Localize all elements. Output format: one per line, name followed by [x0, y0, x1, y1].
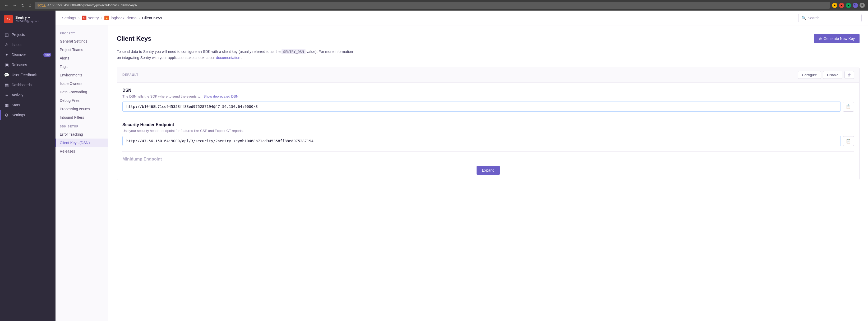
home-button[interactable]: ⌂	[28, 2, 32, 9]
breadcrumb-sentry[interactable]: S sentry	[82, 16, 99, 20]
breadcrumb-sentry-label: sentry	[88, 16, 99, 20]
breadcrumb-settings-label: Settings	[62, 16, 76, 20]
delete-button[interactable]: 🗑	[844, 71, 854, 79]
breadcrumb: Settings › S sentry › 🔥 logback_demo › C…	[62, 16, 162, 20]
generate-btn-label: Generate New Key	[824, 36, 855, 41]
key-card-title: DEFAULT	[122, 73, 138, 77]
sidebar-item-issue-owners[interactable]: Issue Owners	[56, 79, 108, 88]
extension-icon-5[interactable]: ≡	[860, 3, 865, 8]
settings-icon: ⚙	[4, 113, 9, 117]
sentry-dsn-code: SENTRY_DSN	[281, 49, 305, 54]
sidebar-item-label: Releases	[12, 63, 27, 67]
sdk-section-title: SDK SETUP	[56, 122, 108, 130]
sidebar-nav: ◫ Projects ⚠ Issues ✦ Discover new ▣ Rel…	[0, 28, 56, 321]
back-button[interactable]: ←	[3, 2, 9, 9]
sidebar-item-projects[interactable]: ◫ Projects	[0, 30, 56, 40]
new-badge: new	[43, 53, 51, 57]
security-header-title: Security Header Endpoint	[122, 122, 854, 127]
sidebar-item-dashboards[interactable]: ▤ Dashboards	[0, 80, 56, 90]
extension-icon-1[interactable]: ★	[832, 3, 837, 8]
project-section-title: PROJECT	[56, 31, 108, 37]
security-header-input[interactable]	[122, 136, 841, 146]
expand-button[interactable]: Expand	[476, 166, 500, 175]
security-header-description: Use your security header endpoint for fe…	[122, 129, 854, 133]
user-feedback-icon: 💬	[4, 72, 9, 77]
app-layout: S Sentry ▾ 7685413@qq.com ◫ Projects ⚠ I…	[0, 10, 868, 321]
sidebar-item-label: Issues	[12, 42, 22, 47]
stats-icon: ▦	[4, 103, 9, 107]
extension-icon-4[interactable]: S	[853, 3, 858, 8]
dsn-copy-button[interactable]: 📋	[843, 102, 854, 112]
activity-icon: ≡	[4, 92, 9, 97]
show-deprecated-link[interactable]: Show deprecated DSN	[204, 94, 239, 98]
extension-icon-3[interactable]: ●	[846, 3, 851, 8]
search-placeholder: Search	[808, 16, 819, 20]
disable-button[interactable]: Disable	[823, 71, 842, 79]
minidump-title: Minidump Endpoint	[122, 157, 854, 162]
sidebar-item-client-keys[interactable]: Client Keys (DSN)	[56, 139, 108, 147]
forward-button[interactable]: →	[12, 2, 18, 9]
search-icon: 🔍	[802, 16, 806, 20]
expand-row: Expand	[122, 166, 854, 175]
avatar: S	[4, 15, 13, 23]
sidebar-item-label: Projects	[12, 32, 25, 37]
sidebar-item-releases-sdk[interactable]: Releases	[56, 147, 108, 155]
sidebar-item-data-forwarding[interactable]: Data Forwarding	[56, 88, 108, 96]
sidebar-item-project-teams[interactable]: Project Teams	[56, 46, 108, 54]
key-card-body: DSN The DSN tells the SDK where to send …	[117, 83, 859, 180]
top-bar: Settings › S sentry › 🔥 logback_demo › C…	[56, 10, 868, 25]
org-info: Sentry ▾ 7685413@qq.com	[15, 15, 51, 23]
org-switcher[interactable]: S Sentry ▾ 7685413@qq.com	[0, 10, 56, 28]
extension-icon-2[interactable]: ●	[839, 3, 844, 8]
breadcrumb-sep-2: ›	[101, 16, 102, 20]
sidebar-item-label: User Feedback	[12, 73, 37, 77]
main-container: PROJECT General Settings Project Teams A…	[56, 25, 868, 321]
generate-new-key-button[interactable]: ⊕ Generate New Key	[814, 34, 860, 43]
plus-icon: ⊕	[819, 36, 822, 41]
documentation-link[interactable]: documentation	[216, 56, 240, 60]
dsn-title: DSN	[122, 88, 854, 93]
sidebar-item-label: Dashboards	[12, 83, 32, 87]
sidebar-item-environments[interactable]: Environments	[56, 71, 108, 79]
page-title: Client Keys	[117, 35, 151, 42]
configure-button[interactable]: Configure	[798, 71, 821, 79]
sidebar-item-label: Activity	[12, 93, 23, 97]
main-content: Client Keys ⊕ Generate New Key To send d…	[108, 25, 868, 321]
breadcrumb-project-label: logback_demo	[111, 16, 137, 20]
security-indicator: 不安全	[37, 3, 46, 7]
minidump-section: Minidump Endpoint	[122, 157, 854, 162]
project-breadcrumb-icon: 🔥	[104, 16, 109, 20]
sidebar-item-stats[interactable]: ▦ Stats	[0, 100, 56, 110]
sidebar-item-tags[interactable]: Tags	[56, 62, 108, 71]
reload-button[interactable]: ↻	[20, 2, 26, 9]
sidebar-item-error-tracking[interactable]: Error Tracking	[56, 130, 108, 139]
dsn-input[interactable]	[122, 101, 841, 112]
page-header: Client Keys ⊕ Generate New Key	[117, 34, 860, 43]
search-box[interactable]: 🔍 Search	[798, 14, 862, 22]
breadcrumb-sep-1: ›	[78, 16, 80, 20]
sidebar-item-debug-files[interactable]: Debug Files	[56, 96, 108, 105]
sidebar-item-label: Stats	[12, 103, 20, 107]
sidebar-item-discover[interactable]: ✦ Discover new	[0, 50, 56, 60]
security-header-input-row: 📋	[122, 136, 854, 146]
sidebar-item-general-settings[interactable]: General Settings	[56, 37, 108, 46]
sidebar-item-releases[interactable]: ▣ Releases	[0, 60, 56, 70]
url-text: 47.56.150.64:9000/settings/sentry/projec…	[48, 3, 137, 7]
security-header-copy-button[interactable]: 📋	[843, 136, 854, 146]
dsn-description: The DSN tells the SDK where to send the …	[122, 94, 854, 98]
sidebar-item-activity[interactable]: ≡ Activity	[0, 90, 56, 100]
sidebar-item-issues[interactable]: ⚠ Issues	[0, 40, 56, 50]
dsn-section: DSN The DSN tells the SDK where to send …	[122, 88, 854, 112]
breadcrumb-project[interactable]: 🔥 logback_demo	[104, 16, 137, 20]
browser-actions: ★ ● ● S ≡	[832, 3, 865, 8]
key-card-header: DEFAULT Configure Disable 🗑	[117, 67, 859, 83]
sidebar-item-settings[interactable]: ⚙ Settings	[0, 110, 56, 120]
sidebar-item-inbound-filters[interactable]: Inbound Filters	[56, 113, 108, 122]
sidebar-item-alerts[interactable]: Alerts	[56, 54, 108, 62]
sidebar-item-processing-issues[interactable]: Processing Issues	[56, 105, 108, 113]
breadcrumb-settings[interactable]: Settings	[62, 16, 76, 20]
project-sidebar: PROJECT General Settings Project Teams A…	[56, 25, 108, 321]
breadcrumb-sep-3: ›	[139, 16, 140, 20]
sidebar-item-user-feedback[interactable]: 💬 User Feedback	[0, 70, 56, 80]
address-bar[interactable]: 不安全 47.56.150.64:9000/settings/sentry/pr…	[35, 2, 830, 9]
